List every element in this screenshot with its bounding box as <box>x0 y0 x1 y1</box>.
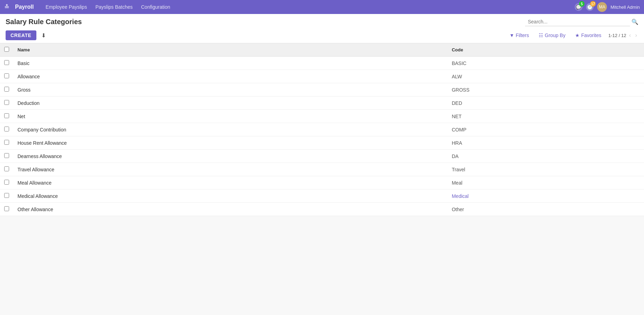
toolbar: CREATE ⬇ ▼ Filters ☷ Group By ★ Favorite… <box>6 28 638 43</box>
star-icon: ★ <box>575 33 580 38</box>
cell-name: Dearness Allowance <box>13 150 447 163</box>
row-checkbox[interactable] <box>4 113 9 118</box>
column-header-name[interactable]: Name <box>13 43 447 57</box>
table-row[interactable]: BasicBASIC <box>0 57 644 70</box>
cell-name: Deduction <box>13 96 447 110</box>
create-button[interactable]: CREATE <box>6 30 36 40</box>
table-row[interactable]: AllowanceALW <box>0 70 644 83</box>
table-row[interactable]: Dearness AllowanceDA <box>0 150 644 163</box>
toolbar-right: ▼ Filters ☷ Group By ★ Favorites 1-12 / … <box>507 31 638 40</box>
groupby-icon: ☷ <box>539 33 543 38</box>
nav-employee-payslips[interactable]: Employee Payslips <box>42 2 90 12</box>
next-page-button[interactable]: › <box>634 31 638 39</box>
cell-name: Meal Allowance <box>13 176 447 189</box>
cell-name: Basic <box>13 57 447 70</box>
cell-name: Other Allowance <box>13 203 447 216</box>
row-checkbox[interactable] <box>4 140 9 145</box>
groupby-button[interactable]: ☷ Group By <box>536 31 568 40</box>
cell-code: DA <box>447 150 644 163</box>
favorites-button[interactable]: ★ Favorites <box>572 31 604 40</box>
cell-code: HRA <box>447 136 644 150</box>
table-row[interactable]: Other AllowanceOther <box>0 203 644 216</box>
table-row[interactable]: Travel AllowanceTravel <box>0 163 644 176</box>
row-checkbox-cell[interactable] <box>0 110 13 123</box>
main-nav: Employee Payslips Payslips Batches Confi… <box>42 2 569 12</box>
row-checkbox[interactable] <box>4 166 9 171</box>
prev-page-button[interactable]: ‹ <box>628 31 632 39</box>
pagination-info: 1-12 / 12 ‹ › <box>608 31 638 39</box>
row-checkbox-cell[interactable] <box>0 96 13 110</box>
cell-code: Medical <box>447 189 644 203</box>
row-checkbox-cell[interactable] <box>0 203 13 216</box>
row-checkbox-cell[interactable] <box>0 83 13 96</box>
chat-notification-button[interactable]: 💬 5 <box>575 3 582 11</box>
filters-button[interactable]: ▼ Filters <box>507 31 532 40</box>
cell-name: House Rent Allowance <box>13 136 447 150</box>
cell-name: Travel Allowance <box>13 163 447 176</box>
top-navigation: ≛ Payroll Employee Payslips Payslips Bat… <box>0 0 644 14</box>
page-title: Salary Rule Categories <box>6 18 525 26</box>
chat-badge: 5 <box>579 1 585 7</box>
export-button[interactable]: ⬇ <box>39 31 48 40</box>
cell-name: Gross <box>13 83 447 96</box>
row-checkbox[interactable] <box>4 60 9 65</box>
clock-badge: 17 <box>590 1 596 7</box>
row-checkbox[interactable] <box>4 73 9 78</box>
filter-icon: ▼ <box>509 33 514 38</box>
row-checkbox-cell[interactable] <box>0 57 13 70</box>
row-checkbox-cell[interactable] <box>0 176 13 189</box>
apps-menu-button[interactable]: ≛ <box>4 3 9 11</box>
row-checkbox[interactable] <box>4 206 9 211</box>
table-row[interactable]: Meal AllowanceMeal <box>0 176 644 189</box>
nav-configuration[interactable]: Configuration <box>137 2 174 12</box>
table-row[interactable]: House Rent AllowanceHRA <box>0 136 644 150</box>
search-icon[interactable]: 🔍 <box>631 19 638 25</box>
table-row[interactable]: DeductionDED <box>0 96 644 110</box>
cell-code: NET <box>447 110 644 123</box>
cell-code: Travel <box>447 163 644 176</box>
column-header-code[interactable]: Code <box>447 43 644 57</box>
cell-code: GROSS <box>447 83 644 96</box>
row-checkbox-cell[interactable] <box>0 123 13 136</box>
clock-notification-button[interactable]: 🕐 17 <box>586 3 594 11</box>
user-name-label[interactable]: Mitchell Admin <box>610 5 640 10</box>
top-nav-right: 💬 5 🕐 17 MA Mitchell Admin <box>575 2 640 12</box>
row-checkbox-cell[interactable] <box>0 150 13 163</box>
table-row[interactable]: Company ContributionCOMP <box>0 123 644 136</box>
cell-name: Company Contribution <box>13 123 447 136</box>
table-row[interactable]: GrossGROSS <box>0 83 644 96</box>
row-checkbox-cell[interactable] <box>0 136 13 150</box>
row-checkbox[interactable] <box>4 193 9 198</box>
row-checkbox[interactable] <box>4 87 9 92</box>
select-all-checkbox-cell[interactable] <box>0 43 13 57</box>
row-checkbox[interactable] <box>4 180 9 185</box>
row-checkbox[interactable] <box>4 153 9 158</box>
salary-rules-table: Name Code BasicBASICAllowanceALWGrossGRO… <box>0 43 644 216</box>
cell-code: Other <box>447 203 644 216</box>
table-row[interactable]: NetNET <box>0 110 644 123</box>
cell-code: COMP <box>447 123 644 136</box>
row-checkbox[interactable] <box>4 127 9 131</box>
cell-code: ALW <box>447 70 644 83</box>
cell-code: DED <box>447 96 644 110</box>
nav-payslips-batches[interactable]: Payslips Batches <box>92 2 136 12</box>
cell-name: Medical Allowance <box>13 189 447 203</box>
row-checkbox-cell[interactable] <box>0 163 13 176</box>
cell-code: BASIC <box>447 57 644 70</box>
cell-code: Meal <box>447 176 644 189</box>
page-header: Salary Rule Categories 🔍 CREATE ⬇ ▼ Filt… <box>0 14 644 43</box>
row-checkbox[interactable] <box>4 100 9 105</box>
cell-name: Allowance <box>13 70 447 83</box>
row-checkbox-cell[interactable] <box>0 70 13 83</box>
search-input[interactable] <box>525 17 630 26</box>
app-brand: Payroll <box>15 4 34 10</box>
cell-name: Net <box>13 110 447 123</box>
select-all-checkbox[interactable] <box>4 47 9 52</box>
row-checkbox-cell[interactable] <box>0 189 13 203</box>
avatar[interactable]: MA <box>597 2 607 12</box>
table-row[interactable]: Medical AllowanceMedical <box>0 189 644 203</box>
table-header-row: Name Code <box>0 43 644 57</box>
